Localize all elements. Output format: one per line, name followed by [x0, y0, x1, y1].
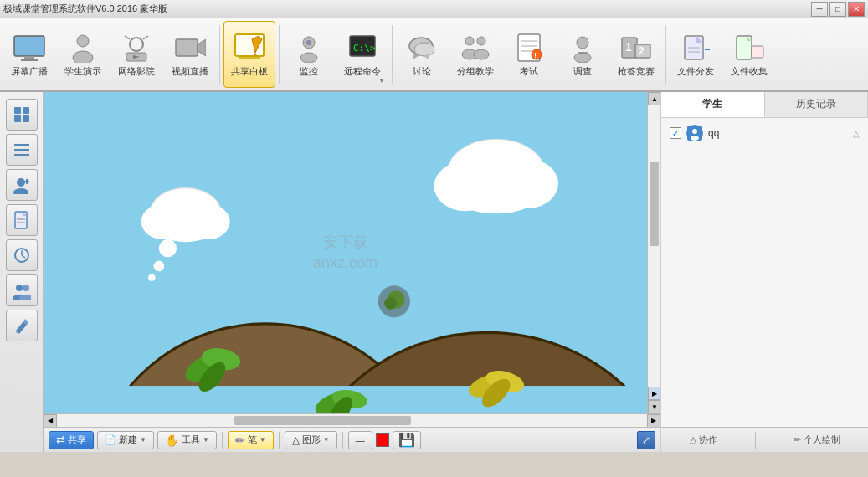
sidebar-history-btn[interactable]	[6, 239, 38, 271]
sidebar-doc-btn[interactable]	[6, 204, 38, 236]
toolbar-shared-whiteboard[interactable]: 共享白板	[223, 21, 275, 88]
student-item[interactable]: ✓ qq △	[665, 121, 865, 145]
file-dist-label: 文件分发	[677, 66, 714, 77]
monitor-label: 监控	[300, 66, 318, 77]
svg-text:C:\>: C:\>	[353, 43, 376, 54]
student-list: ✓ qq △	[661, 118, 868, 427]
horizontal-scrollbar[interactable]: ◀ ▶	[44, 413, 660, 427]
toolbar-network-cinema[interactable]: 网络影院	[110, 21, 162, 88]
svg-rect-51	[23, 115, 29, 122]
share-btn[interactable]: ⇄ 共享	[49, 431, 94, 449]
sidebar-user-group-btn[interactable]	[6, 274, 38, 306]
toolbar-screen-broadcast[interactable]: 屏幕广播	[3, 21, 55, 88]
svg-point-21	[414, 43, 434, 56]
line-btn[interactable]: —	[348, 431, 372, 449]
svg-point-23	[465, 37, 474, 45]
toolbar-exam[interactable]: ! 考试	[503, 21, 555, 88]
share-label: 共享	[68, 433, 86, 446]
toolbar-sep-4	[665, 25, 666, 84]
svg-point-55	[17, 178, 25, 187]
scroll-up-btn[interactable]: ▲	[648, 92, 661, 105]
shape-btn[interactable]: △ 图形 ▼	[285, 431, 337, 449]
sidebar-add-user-btn[interactable]	[6, 169, 38, 201]
toolbar-sep-1	[219, 25, 220, 84]
svg-marker-11	[198, 39, 206, 56]
title-bar: 极域课堂管理系统软件V6.0 2016 豪华版 ─ □ ✕	[0, 0, 868, 18]
svg-line-7	[143, 36, 148, 39]
h-scroll-thumb[interactable]	[234, 416, 412, 425]
svg-text:!: !	[534, 51, 537, 59]
pen-dropdown-icon: ▼	[259, 436, 266, 444]
h-scroll-track[interactable]	[57, 414, 647, 427]
scroll-down-btn[interactable]: ▼	[648, 400, 661, 413]
student-sort-icon[interactable]: △	[853, 129, 860, 138]
expand-btn[interactable]: ⤢	[637, 431, 655, 449]
svg-rect-49	[23, 107, 29, 114]
personal-draw-btn[interactable]: ✏ 个人绘制	[788, 432, 845, 448]
tool-dropdown-icon: ▼	[203, 436, 209, 444]
toolbar-sep-2	[279, 25, 280, 84]
toolbar-discuss[interactable]: 讨论	[396, 21, 448, 88]
whiteboard-canvas[interactable]: 安下载 anxz.com	[44, 92, 647, 413]
svg-rect-54	[14, 154, 29, 156]
save-btn[interactable]: 💾	[393, 431, 421, 449]
minimize-button[interactable]: ─	[811, 2, 828, 17]
remote-cmd-label: 远程命令	[344, 66, 381, 77]
new-dropdown-icon: ▼	[140, 436, 146, 444]
toolbar-file-dist[interactable]: 文件分发	[670, 21, 722, 88]
shape-icon: △	[292, 434, 300, 446]
toolbar-video-live[interactable]: 视频直播	[164, 21, 216, 88]
pen-btn[interactable]: ✏ 笔 ▼	[228, 431, 274, 449]
shared-whiteboard-label: 共享白板	[231, 66, 268, 77]
toolbar-file-collect[interactable]: 文件收集	[723, 21, 775, 88]
tool-btn[interactable]: ✋ 工具 ▼	[157, 431, 217, 449]
scroll-right-btn[interactable]: ▶	[647, 414, 660, 428]
close-button[interactable]: ✕	[848, 2, 865, 17]
expand-icon: ⤢	[642, 434, 650, 446]
toolbar-remote-cmd[interactable]: C:\> 远程命令 ▼	[336, 21, 388, 88]
right-bottom-sep	[755, 432, 756, 449]
maximize-button[interactable]: □	[829, 2, 846, 17]
svg-rect-1	[24, 56, 34, 59]
sidebar-grid-btn[interactable]	[6, 99, 38, 131]
bottom-sep-1	[222, 432, 223, 449]
scroll-thumb[interactable]	[650, 162, 659, 246]
sidebar-edit-btn[interactable]	[6, 310, 38, 341]
toolbar-quiz[interactable]: 1 2 抢答竞赛	[610, 21, 662, 88]
tab-students[interactable]: 学生	[661, 92, 765, 117]
left-sidebar	[0, 92, 44, 452]
share-icon: ⇄	[56, 433, 65, 446]
toolbar-group-teach[interactable]: 分组教学	[449, 21, 501, 88]
toolbar-survey[interactable]: 调查	[557, 21, 609, 88]
right-panel-bottom: △ 协作 ✏ 个人绘制	[661, 427, 868, 452]
quiz-icon: 1 2	[619, 31, 653, 64]
video-live-label: 视频直播	[172, 66, 208, 77]
group-teach-icon	[459, 31, 492, 64]
tab-history[interactable]: 历史记录	[765, 92, 869, 117]
bottom-toolbar: ⇄ 共享 📄 新建 ▼ ✋ 工具 ▼ ✏ 笔 ▼	[44, 427, 660, 452]
svg-point-33	[577, 37, 588, 49]
svg-point-16	[306, 40, 311, 45]
line-icon: —	[356, 435, 365, 445]
svg-point-31	[532, 49, 542, 59]
toolbar-monitor[interactable]: 监控	[283, 21, 335, 88]
color-picker[interactable]	[376, 433, 389, 447]
svg-point-99	[692, 129, 697, 134]
cooperate-icon: △	[690, 434, 696, 445]
network-cinema-label: 网络影院	[118, 66, 155, 77]
toolbar-student-demo[interactable]: 学生演示	[57, 21, 109, 88]
vertical-scrollbar[interactable]: ▲ ▶ ▼	[647, 92, 660, 413]
student-checkbox[interactable]: ✓	[670, 127, 681, 139]
scroll-track[interactable]	[648, 105, 660, 387]
cooperate-btn[interactable]: △ 协作	[685, 432, 722, 448]
discuss-label: 讨论	[413, 66, 431, 77]
svg-point-76	[159, 239, 177, 257]
sidebar-list-btn[interactable]	[6, 134, 38, 166]
svg-line-65	[22, 255, 25, 258]
tool-icon: ✋	[165, 433, 179, 447]
scroll-left-btn[interactable]: ◀	[44, 414, 57, 428]
new-btn[interactable]: 📄 新建 ▼	[97, 431, 154, 449]
scroll-mid-btn[interactable]: ▶	[648, 387, 661, 400]
file-collect-icon	[732, 31, 766, 64]
survey-icon	[566, 31, 599, 64]
